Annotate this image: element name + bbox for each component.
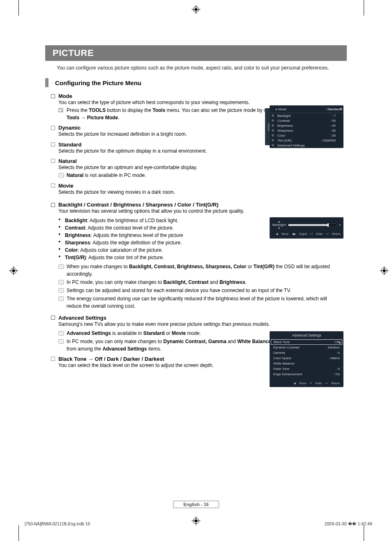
adjust-note: The energy consumed during use can be si… [58, 295, 334, 310]
section-banner: PICTURE [45, 45, 347, 61]
svg-line-17 [60, 109, 62, 112]
registration-mark-icon [9, 266, 18, 275]
osd-row: Backlight: 7 [270, 113, 343, 118]
tools-icon [58, 108, 64, 113]
square-bullet-icon [51, 203, 55, 207]
footer-file: [750-NA]BN68-02111B-Eng.indb 16 [25, 522, 90, 526]
svg-line-27 [60, 298, 62, 300]
mode-item-title: Standard [58, 142, 81, 148]
osd-backlight-slider: ▲ Backlight ▼ 7 ◆ Move ◀▶ Adjust ⏎ Enter… [270, 217, 344, 239]
square-bullet-icon [51, 159, 55, 163]
svg-line-21 [60, 266, 62, 267]
mode-item-desc: Selects the picture for an optimum and e… [58, 164, 284, 179]
arrow-down-icon: ▼ [278, 227, 281, 230]
advanced-title: Advanced Settings [58, 315, 106, 321]
advanced-desc: Samsung's new TVs allow you to make even… [58, 321, 284, 328]
note-icon [58, 331, 64, 336]
square-bullet-icon [51, 126, 55, 130]
adjust-note: In PC mode, you can only make changes to… [58, 279, 334, 286]
svg-line-31 [60, 341, 62, 342]
svg-line-25 [60, 290, 62, 291]
section-heading: Configuring the Picture Menu [45, 78, 347, 87]
svg-point-15 [383, 269, 386, 272]
osd-side-tab: Picture [265, 108, 270, 145]
mode-item-desc: Selects the picture for the optimum disp… [58, 148, 284, 155]
advanced-note: Advanced Settings is available in Standa… [58, 330, 272, 337]
square-bullet-icon [51, 316, 55, 320]
adjust-bullet: Brightness: Adjusts the brightness level… [58, 232, 284, 239]
note-icon [58, 339, 64, 344]
adjust-title: Backlight / Contrast / Brightness / Shar… [58, 202, 219, 208]
square-bullet-icon [51, 183, 55, 188]
mode-item-desc: Selects the picture for increased defini… [58, 131, 284, 138]
svg-point-3 [195, 8, 198, 11]
osd-picture-menu: Picture ▸ Mode : Standard Backlight: 7Co… [270, 105, 344, 148]
adjust-bullet: Tint(G/R): Adjusts the color tint of the… [58, 254, 284, 261]
osd-row: Edge Enhancement: On [270, 372, 343, 377]
note-icon [58, 296, 64, 301]
square-bullet-icon [51, 94, 55, 98]
registration-mark-icon [191, 5, 201, 14]
adjust-note: Settings can be adjusted and stored for … [58, 287, 334, 294]
square-bullet-icon [51, 142, 55, 146]
mode-item-title: Movie [58, 183, 74, 189]
osd-row: Tint (G/R): G50/R50 [270, 138, 343, 143]
footer-time: 2009-03-30 �� 1:42:48 [325, 522, 372, 526]
osd-row: Black Tone: Off [271, 339, 342, 345]
note-icon [58, 264, 64, 269]
adjust-bullet: Sharpness: Adjusts the edge definition o… [58, 239, 284, 246]
note-icon [58, 288, 64, 293]
adjust-bullet: Color: Adjusts color saturation of the p… [58, 246, 284, 254]
mode-desc: You can select the type of picture which… [58, 99, 284, 106]
document-footer: [750-NA]BN68-02111B-Eng.indb 16 2009-03-… [25, 522, 372, 526]
mode-item-desc: Selects the picture for viewing movies i… [58, 189, 284, 196]
mode-item-title: Natural [58, 158, 77, 164]
note-icon [58, 173, 64, 178]
adjust-note: When you make changes to Backlight, Cont… [58, 263, 334, 278]
svg-line-19 [60, 174, 62, 176]
osd-row: Flesh Tone: 0 [270, 366, 343, 372]
blacktone-title: Black Tone → Off / Dark / Darker / Darke… [58, 356, 164, 362]
osd-row: Brightness: 45 [270, 123, 343, 128]
osd-row: Color Space: Native [270, 355, 343, 361]
adjust-bullet: Backlight: Adjusts the brightness of LCD… [58, 217, 284, 224]
osd-row: Sharpness: 50 [270, 128, 343, 133]
advanced-note: In PC mode, you can only make changes to… [58, 338, 272, 353]
adjust-bullet: Contrast: Adjusts the contrast level of … [58, 224, 284, 232]
svg-line-29 [60, 332, 62, 334]
mode-title: Mode [58, 93, 72, 99]
mode-item-title: Dynamic [58, 125, 81, 131]
intro-text: You can configure various picture option… [57, 65, 347, 71]
osd-row: Dynamic Contrast: Medium [270, 345, 343, 350]
osd-row: White Balance [270, 361, 343, 366]
osd-row: Color: 50 [270, 133, 343, 138]
arrow-right-icon [339, 341, 341, 344]
mode-item-note: Natural is not available in PC mode. [67, 172, 146, 179]
square-bullet-icon [51, 357, 55, 361]
slider-value: 7 [339, 223, 341, 227]
svg-line-23 [60, 281, 62, 283]
osd-row: Advanced Settings [270, 143, 343, 148]
blacktone-desc: You can select the black level on the sc… [58, 362, 284, 369]
osd-title: Advanced Settings [270, 332, 343, 339]
svg-point-11 [12, 269, 15, 272]
osd-advanced-settings: Advanced Settings Black Tone: OffDynamic… [270, 331, 344, 387]
registration-mark-icon [380, 266, 389, 275]
osd-row: Contrast: 95 [270, 118, 343, 123]
slider-track [288, 224, 336, 226]
page-number: English - 16 [173, 501, 219, 508]
arrow-right-icon [341, 108, 342, 110]
osd-row: Gamma: 0 [270, 350, 343, 355]
note-icon [58, 280, 64, 285]
adjust-desc: Your television has several setting opti… [58, 208, 346, 215]
mode-tools-text: Press the TOOLS button to display the To… [67, 107, 284, 121]
